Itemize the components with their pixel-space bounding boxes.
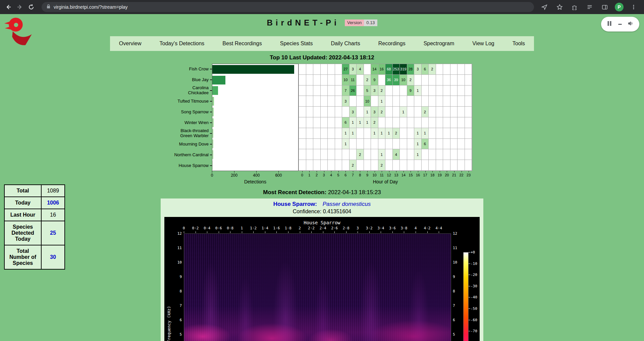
- nav-item-best-recordings[interactable]: Best Recordings: [213, 41, 271, 47]
- bookmark-star-icon[interactable]: [554, 2, 565, 12]
- time-tick-mark: [381, 231, 381, 233]
- heatmap-cell: [299, 96, 306, 107]
- heatmap-cell: [436, 64, 443, 75]
- forward-button[interactable]: [15, 2, 25, 12]
- time-tick-label: 4·4: [435, 226, 442, 230]
- heatmap-cell: [335, 128, 342, 139]
- species-label: Winter Wren: [172, 117, 212, 128]
- time-tick-label: 4·2: [424, 226, 431, 230]
- time-tick-label: 3·4: [377, 226, 384, 230]
- hour-axis-tick-label: 7: [349, 173, 357, 178]
- address-bar[interactable]: virginia.birdnetpi.com/?stream=play: [42, 2, 534, 12]
- stats-table-body: Total1089Today1006Last Hour16Species Det…: [4, 185, 65, 269]
- bar-axis-tick-label: 200: [231, 173, 237, 178]
- heatmap-cell: 1: [414, 139, 422, 150]
- freq-tick-label: 12: [173, 231, 182, 236]
- time-tick-mark: [369, 231, 370, 233]
- spectrogram-ylabel: Frequency (kHz): [166, 261, 172, 341]
- heatmap-cell: [342, 160, 350, 171]
- heatmap-cell: [465, 160, 472, 171]
- reload-button[interactable]: [26, 2, 36, 12]
- extensions-icon[interactable]: [570, 2, 580, 12]
- heatmap-cell: [335, 149, 342, 160]
- heatmap-cell: 10: [400, 75, 407, 86]
- colorbar-tick-mark: [469, 320, 470, 320]
- page-title: BirdNET-Pi: [267, 18, 339, 27]
- browser-menu-icon[interactable]: [629, 2, 639, 12]
- heatmap-cell: 1: [414, 86, 422, 96]
- stats-label: Species Detected Today: [4, 221, 41, 245]
- nav-item-overview[interactable]: Overview: [110, 41, 151, 47]
- stats-value[interactable]: 30: [41, 245, 65, 269]
- nav-item-view-log[interactable]: View Log: [463, 41, 503, 47]
- time-tick-label: 0·4: [204, 226, 210, 230]
- heatmap-cell: [350, 139, 357, 150]
- volume-button[interactable]: [628, 20, 634, 28]
- species-common-link[interactable]: House Sparrow:: [273, 201, 317, 207]
- nav-item-today-s-detections[interactable]: Today's Detections: [151, 41, 214, 47]
- heatmap-cell: 2: [393, 128, 400, 139]
- stats-value[interactable]: 25: [41, 221, 65, 245]
- seek-slider[interactable]: [618, 24, 622, 25]
- heatmap-cell: [299, 117, 306, 128]
- heatmap-cell: [458, 117, 465, 128]
- stats-label: Total: [4, 185, 41, 197]
- audio-player[interactable]: [601, 17, 639, 32]
- heatmap-cell: [429, 96, 436, 107]
- heatmap-cell: 6: [422, 64, 429, 75]
- profile-avatar[interactable]: P: [615, 3, 624, 11]
- chart-caption-spacer: [172, 178, 212, 184]
- heatmap-cell: [443, 64, 450, 75]
- nav-item-recordings[interactable]: Recordings: [369, 41, 415, 47]
- heatmap-cell: [465, 139, 472, 150]
- pause-button[interactable]: [607, 21, 612, 27]
- species-bar-row: [212, 117, 298, 128]
- confidence-text: Confidence: 0.41351604: [161, 209, 483, 215]
- time-tick-label: 3·2: [366, 226, 373, 230]
- bar-axis-tick-label: 600: [275, 173, 282, 178]
- heatmap-cell: [321, 128, 328, 139]
- heatmap-cell: [407, 128, 415, 139]
- species-latin-link[interactable]: Passer domesticus: [323, 201, 371, 207]
- heatmap-cell: 1: [342, 139, 350, 150]
- stats-value[interactable]: 1006: [41, 197, 65, 209]
- time-tick-label: 2·6: [331, 226, 338, 230]
- heatmap-cell: [342, 149, 350, 160]
- send-icon[interactable]: [539, 2, 549, 12]
- heatmap-cell: [436, 75, 443, 86]
- species-bar: [212, 65, 294, 74]
- heatmap-cell: 319: [400, 64, 407, 75]
- time-tick-mark: [427, 231, 428, 233]
- heatmap-cell: 39: [393, 75, 400, 86]
- heatmap-cell: [328, 96, 335, 107]
- heatmap-cell: [436, 96, 443, 107]
- nav-item-tools[interactable]: Tools: [503, 41, 534, 47]
- heatmap-cell: 2: [422, 107, 429, 117]
- heatmap-cell: 9: [407, 86, 415, 96]
- nav-item-species-stats[interactable]: Species Stats: [271, 41, 322, 47]
- side-panel-icon[interactable]: [600, 2, 610, 12]
- heatmap-cell: [299, 149, 306, 160]
- heatmap-cell: [306, 128, 314, 139]
- heatmap-cell: [436, 117, 443, 128]
- spectrogram-plot: [184, 233, 451, 341]
- heatmap-cell: [328, 117, 335, 128]
- time-tick-mark: [358, 231, 358, 233]
- time-tick-mark: [346, 231, 346, 233]
- species-bar: [212, 161, 213, 170]
- reading-list-icon[interactable]: [585, 2, 595, 12]
- time-tick-mark: [196, 231, 196, 233]
- hour-axis-tick-label: 19: [436, 173, 443, 178]
- back-button[interactable]: [3, 2, 13, 12]
- heatmap-cell: [443, 160, 450, 171]
- time-tick-mark: [253, 231, 254, 233]
- heatmap-cell: [321, 107, 328, 117]
- heatmap-cell: [321, 96, 328, 107]
- nav-item-spectrogram[interactable]: Spectrogram: [415, 41, 464, 47]
- heatmap-cell: 6: [342, 117, 350, 128]
- hour-axis-tick-label: 6: [342, 173, 349, 178]
- species-bar: [212, 108, 214, 116]
- heatmap-cell: [450, 75, 458, 86]
- heatmap-cell: [299, 128, 306, 139]
- nav-item-daily-charts[interactable]: Daily Charts: [322, 41, 369, 47]
